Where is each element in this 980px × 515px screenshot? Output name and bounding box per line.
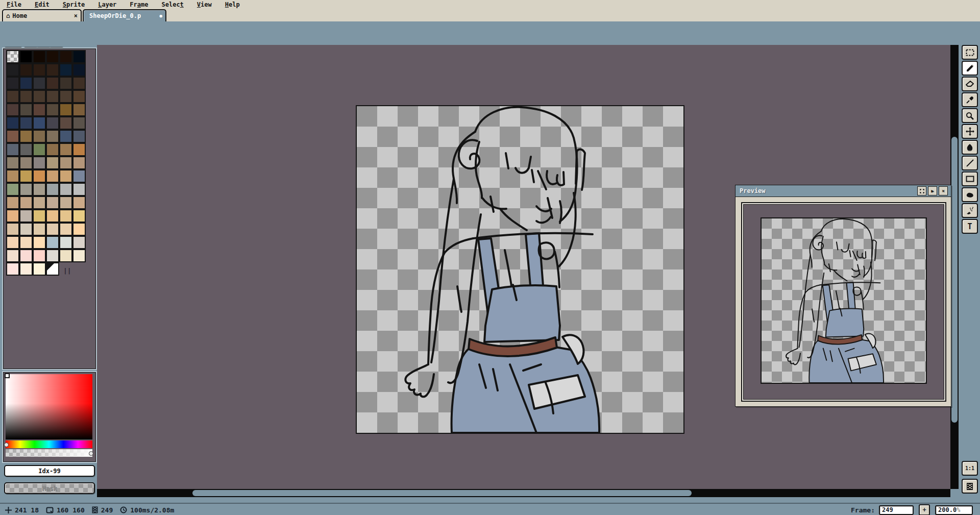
palette-swatch-88[interactable] xyxy=(59,236,72,249)
palette-swatch-11[interactable] xyxy=(72,63,86,77)
palette-swatch-56[interactable] xyxy=(33,169,46,183)
preview-close-button[interactable]: × xyxy=(939,186,948,195)
palette-swatch-60[interactable] xyxy=(6,183,19,196)
palette-swatch-8[interactable] xyxy=(33,63,46,77)
palette-swatch-82[interactable] xyxy=(59,223,72,236)
add-frame-button[interactable]: + xyxy=(919,504,930,515)
palette-swatch-9[interactable] xyxy=(46,63,59,77)
palette-swatch-52[interactable] xyxy=(59,156,72,169)
palette-swatch-73[interactable] xyxy=(19,209,33,223)
palette-swatch-79[interactable] xyxy=(19,223,33,236)
palette-swatch-16[interactable] xyxy=(59,77,72,90)
palette-swatch-12[interactable] xyxy=(6,77,19,90)
tool-marquee[interactable] xyxy=(962,45,978,60)
palette-swatch-80[interactable] xyxy=(33,223,46,236)
palette-swatch-22[interactable] xyxy=(59,90,72,103)
palette-swatch-14[interactable] xyxy=(33,77,46,90)
palette-swatch-3[interactable] xyxy=(46,50,59,63)
palette-swatch-13[interactable] xyxy=(19,77,33,90)
palette-swatch-23[interactable] xyxy=(72,90,86,103)
palette-swatch-96[interactable] xyxy=(6,262,19,276)
palette-swatch-18[interactable] xyxy=(6,90,19,103)
palette-swatch-83[interactable] xyxy=(72,223,86,236)
tool-text[interactable]: T xyxy=(962,219,978,234)
palette-swatch-87[interactable] xyxy=(46,236,59,249)
palette-swatch-32[interactable] xyxy=(33,116,46,130)
palette-swatch-49[interactable] xyxy=(19,156,33,169)
palette-swatch-44[interactable] xyxy=(33,143,46,156)
tool-rectangle[interactable] xyxy=(962,171,978,186)
tool-move[interactable] xyxy=(962,124,978,139)
palette-swatch-51[interactable] xyxy=(46,156,59,169)
palette-swatch-78[interactable] xyxy=(6,223,19,236)
palette-swatch-31[interactable] xyxy=(19,116,33,130)
hue-bar[interactable] xyxy=(6,440,92,448)
palette-swatch-20[interactable] xyxy=(33,90,46,103)
palette-swatch-59[interactable] xyxy=(72,169,86,183)
palette-swatch-1[interactable] xyxy=(19,50,33,63)
mask-button[interactable]: Mask xyxy=(4,482,95,494)
palette-swatch-68[interactable] xyxy=(33,196,46,209)
color-index-button[interactable]: Idx-99 xyxy=(4,465,95,477)
palette-swatch-93[interactable] xyxy=(46,249,59,262)
menu-select[interactable]: Select xyxy=(155,1,190,8)
alpha-slider[interactable] xyxy=(89,451,93,456)
preview-center-button[interactable] xyxy=(917,186,926,195)
palette-swatch-0[interactable] xyxy=(6,50,19,63)
palette-swatch-86[interactable] xyxy=(33,236,46,249)
palette-swatch-45[interactable] xyxy=(46,143,59,156)
palette-swatch-58[interactable] xyxy=(59,169,72,183)
palette-swatch-63[interactable] xyxy=(46,183,59,196)
palette-swatch-70[interactable] xyxy=(59,196,72,209)
menu-file[interactable]: File xyxy=(0,1,28,8)
palette-swatch-24[interactable] xyxy=(6,103,19,116)
palette-swatch-71[interactable] xyxy=(72,196,86,209)
palette-swatch-10[interactable] xyxy=(59,63,72,77)
preview-play-button[interactable]: ▶ xyxy=(928,186,937,195)
palette-swatch-36[interactable] xyxy=(6,130,19,143)
palette-swatch-72[interactable] xyxy=(6,209,19,223)
tool-paint-bucket[interactable] xyxy=(962,140,978,155)
palette-swatch-84[interactable] xyxy=(6,236,19,249)
palette-swatch-90[interactable] xyxy=(6,249,19,262)
palette-swatch-43[interactable] xyxy=(19,143,33,156)
palette-swatch-40[interactable] xyxy=(59,130,72,143)
palette-swatch-29[interactable] xyxy=(72,103,86,116)
palette-swatch-21[interactable] xyxy=(46,90,59,103)
menu-view[interactable]: View xyxy=(190,1,218,8)
palette-swatch-98[interactable] xyxy=(33,262,46,276)
palette-swatch-89[interactable] xyxy=(72,236,86,249)
tool-spray[interactable] xyxy=(962,203,978,218)
palette-swatch-47[interactable] xyxy=(72,143,86,156)
palette-swatch-42[interactable] xyxy=(6,143,19,156)
sprite-canvas[interactable] xyxy=(356,105,684,434)
palette-swatch-28[interactable] xyxy=(59,103,72,116)
tool-eyedropper[interactable] xyxy=(962,92,978,107)
palette-swatch-94[interactable] xyxy=(59,249,72,262)
menu-frame[interactable]: Frame xyxy=(123,1,155,8)
palette-swatch-7[interactable] xyxy=(19,63,33,77)
tool-contour[interactable] xyxy=(962,187,978,202)
hue-slider[interactable] xyxy=(4,443,9,447)
preview-viewport[interactable] xyxy=(741,202,946,402)
tool-line[interactable] xyxy=(962,156,978,170)
palette-swatch-46[interactable] xyxy=(59,143,72,156)
menu-sprite[interactable]: Sprite xyxy=(56,1,91,8)
actual-size-button[interactable]: 1:1 xyxy=(962,461,978,476)
palette-swatch-67[interactable] xyxy=(19,196,33,209)
palette-swatch-85[interactable] xyxy=(19,236,33,249)
tool-pencil[interactable] xyxy=(962,61,978,76)
palette-swatch-41[interactable] xyxy=(72,130,86,143)
palette-swatch-61[interactable] xyxy=(19,183,33,196)
palette-swatch-77[interactable] xyxy=(72,209,86,223)
horizontal-scrollbar[interactable] xyxy=(97,489,950,497)
alpha-bar[interactable] xyxy=(6,449,92,457)
palette-swatch-53[interactable] xyxy=(72,156,86,169)
palette-swatch-81[interactable] xyxy=(46,223,59,236)
palette-swatch-69[interactable] xyxy=(46,196,59,209)
timeline-toggle-button[interactable] xyxy=(962,479,978,494)
palette-swatch-37[interactable] xyxy=(19,130,33,143)
palette-swatch-6[interactable] xyxy=(6,63,19,77)
palette-swatch-74[interactable] xyxy=(33,209,46,223)
preview-titlebar[interactable]: Preview ▶ × xyxy=(736,185,951,197)
